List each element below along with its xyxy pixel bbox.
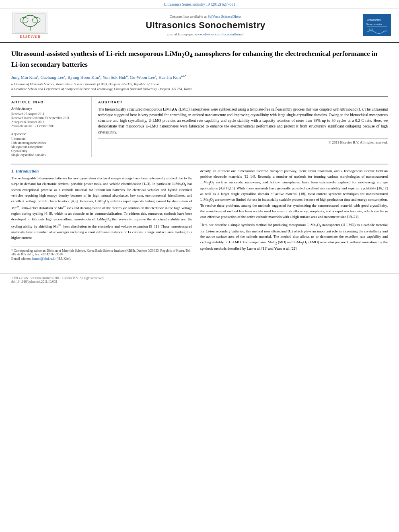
author-yun: Yun Suk Huh	[103, 75, 126, 80]
page-container: Ultrasonics Sonochemistry 19 (2012) 627–…	[0, 0, 399, 286]
author-jung: Jung Min Kim	[11, 75, 37, 80]
author-byung: Byung Hoon Kim	[68, 75, 99, 80]
journal-logo-box: Ultrasonics Sonochemistry US	[363, 14, 391, 36]
author-gowoon: Go-Woon Lee	[130, 75, 155, 80]
abstract-paragraph: The hierarchically structured mesoporous…	[98, 107, 388, 135]
article-info-col: ARTICLE INFO Article history: Received 2…	[11, 97, 92, 157]
article-info-abstract: ARTICLE INFO Article history: Received 2…	[11, 97, 388, 157]
footnote-email: E-mail address: hansol@kbsi.re.kr (H.J. …	[11, 257, 192, 261]
accepted-date: Accepted 6 October 2011	[11, 120, 87, 124]
sciverse-link[interactable]: SciVerse ScienceDirect	[208, 14, 241, 18]
journal-reference: Ultrasonics Sonochemistry 19 (2012) 627–…	[164, 2, 235, 6]
author-gaehang: Gaehang Lee	[41, 75, 64, 80]
issn-text: 1350-4177/$ - see front matter © 2011 El…	[11, 276, 104, 280]
elsevier-logo: ELSEVIER	[8, 12, 52, 39]
abstract-text: The hierarchically structured mesoporous…	[98, 107, 388, 135]
keyword-4: Crystallinity	[11, 149, 87, 153]
intro-section-title: 1. Introduction	[11, 168, 192, 173]
svg-text:Sonochemistry: Sonochemistry	[366, 23, 382, 25]
keyword-2: Lithium manganese oxides	[11, 141, 87, 145]
body-content: 1. Introduction The rechargeable lithium…	[11, 164, 388, 262]
keyword-5: Single-crystalline domains	[11, 153, 87, 157]
top-bar: Ultrasonics Sonochemistry 19 (2012) 627–…	[0, 0, 399, 8]
intro-text-left: The rechargeable lithium-ion batteries f…	[11, 176, 192, 241]
keywords-label: Keywords:	[11, 132, 87, 136]
bottom-bar: 1350-4177/$ - see front matter © 2011 El…	[0, 273, 399, 286]
email-link[interactable]: hansol@kbsi.re.kr	[32, 257, 56, 261]
intro-text-right: density, an efficient one-dimensional el…	[200, 168, 388, 252]
sciverse-line: Contents lists available at SciVerse Sci…	[52, 14, 359, 18]
affiliation-a: a Division of Materials Science, Korea B…	[11, 82, 388, 86]
footnote-corresponding: * Corresponding author at: Division of M…	[11, 249, 192, 256]
journal-homepage: journal homepage: www.elsevier.com/locat…	[52, 32, 359, 36]
abstract-label: ABSTRACT	[98, 100, 388, 104]
keyword-1: Ultrasound	[11, 137, 87, 141]
received-date: Received 25 August 2011	[11, 112, 87, 116]
author-haejin: Hae Jin Kim	[158, 75, 181, 80]
history-label: Article history:	[11, 107, 87, 111]
footnotes: * Corresponding author at: Division of M…	[11, 246, 192, 261]
homepage-link[interactable]: www.elsevier.com/locate/ultsonch	[195, 32, 244, 36]
keyword-3: Mesoporous nanosphere	[11, 145, 87, 149]
affiliation-b: b Graduate School and Department of Anal…	[11, 87, 388, 91]
authors-line: Jung Min Kima, Gaehang Leea, Byung Hoon …	[11, 74, 388, 80]
header-right: Ultrasonics Sonochemistry US	[359, 14, 391, 36]
received-revised-date: Received in revised form 23 September 20…	[11, 116, 87, 120]
elsevier-logo-image	[12, 12, 48, 34]
abstract-col: ABSTRACT The hierarchically structured m…	[98, 97, 388, 157]
body-left: 1. Introduction The rechargeable lithium…	[11, 168, 192, 262]
header-center: Contents lists available at SciVerse Sci…	[52, 14, 359, 36]
header-left: ELSEVIER	[8, 12, 52, 39]
journal-header: ELSEVIER Contents lists available at Sci…	[0, 8, 399, 43]
elsevier-text: ELSEVIER	[20, 35, 41, 39]
body-right: density, an efficient one-dimensional el…	[200, 168, 388, 262]
keywords-section: Keywords: Ultrasound Lithium manganese o…	[11, 132, 87, 157]
article-title: Ultrasound-assisted synthesis of Li-rich…	[11, 49, 388, 70]
doi-text: doi:10.1016/j.ultsonch.2011.10.002	[11, 280, 57, 283]
article-info-label: ARTICLE INFO	[11, 100, 87, 104]
copyright: © 2011 Elsevier B.V. All rights reserved…	[98, 138, 388, 144]
svg-text:Ultrasonics: Ultrasonics	[367, 18, 381, 21]
available-date: Available online 12 October 2011	[11, 124, 87, 128]
journal-title: Ultrasonics Sonochemistry	[52, 20, 359, 31]
body-two-col: 1. Introduction The rechargeable lithium…	[11, 168, 388, 262]
main-content: Ultrasound-assisted synthesis of Li-rich…	[0, 43, 399, 269]
